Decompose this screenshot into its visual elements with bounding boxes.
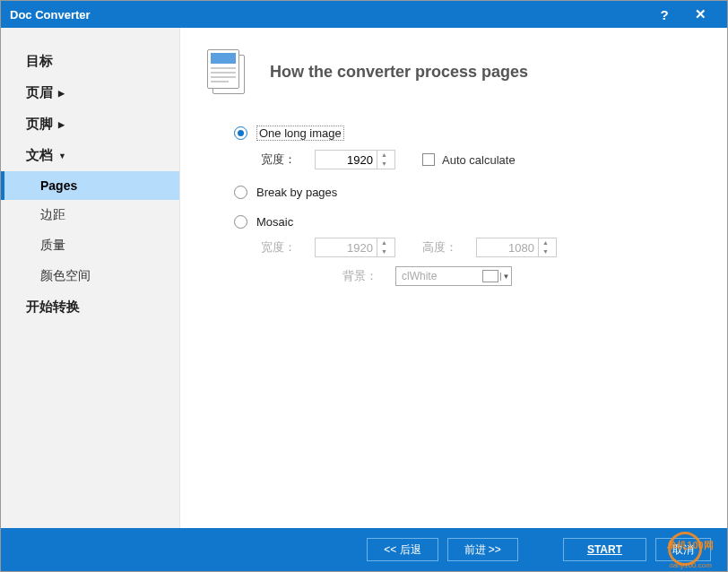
auto-calc-checkbox[interactable] (422, 153, 435, 166)
sidebar-sub-margins[interactable]: 边距 (1, 200, 179, 230)
sidebar-item-start[interactable]: 开始转换 (1, 291, 179, 323)
height-field (477, 241, 538, 255)
sidebar-item-footer[interactable]: 页脚 ▶ (1, 108, 179, 140)
chevron-right-icon: ▶ (58, 120, 65, 129)
sidebar-item-target[interactable]: 目标 (1, 46, 179, 77)
chevron-right-icon: ▶ (58, 89, 65, 98)
spinner-buttons: ▲▼ (538, 238, 552, 256)
sidebar-item-label: 质量 (40, 238, 65, 252)
width-field[interactable] (316, 153, 377, 167)
one-long-width-input[interactable]: ▲▼ (315, 150, 395, 169)
bg-value: clWhite (402, 270, 437, 282)
option-label: Mosaic (256, 215, 293, 229)
one-long-width-row: 宽度： ▲▼ Auto calculate (261, 150, 700, 169)
back-button[interactable]: << 后退 (367, 538, 438, 561)
width-field (316, 241, 377, 255)
mosaic-bg-label: 背景： (261, 268, 395, 284)
panel-header: How the converter process pages (207, 49, 700, 94)
option-label: One long image (256, 126, 344, 141)
mosaic-bg-picker: clWhite ▼ (395, 266, 512, 286)
sidebar-item-header[interactable]: 页眉 ▶ (1, 77, 179, 108)
sidebar-sub-pages[interactable]: Pages (1, 171, 179, 200)
sidebar-item-label: 颜色空间 (40, 268, 91, 282)
radio-one-long[interactable] (234, 126, 247, 140)
dropdown-icon: ▼ (500, 273, 511, 281)
option-label: Break by pages (256, 186, 337, 199)
spinner-buttons: ▲▼ (377, 238, 391, 256)
mosaic-size-row: 宽度： ▲▼ 高度： ▲▼ (261, 238, 700, 257)
spin-down-icon: ▼ (377, 247, 391, 256)
sidebar-sub-colorspace[interactable]: 颜色空间 (1, 261, 179, 291)
spin-down-icon: ▼ (539, 247, 552, 256)
mosaic-bg-row: 背景： clWhite ▼ (261, 266, 700, 286)
chevron-down-icon: ▼ (58, 152, 66, 160)
page-title: How the converter process pages (270, 63, 528, 82)
spin-up-icon: ▲ (377, 238, 391, 247)
auto-calc-label: Auto calculate (442, 153, 516, 167)
app-title: Doc Converter (10, 8, 646, 22)
mosaic-height-input: ▲▼ (476, 238, 557, 257)
mosaic-width-input: ▲▼ (315, 238, 395, 257)
radio-mosaic[interactable] (234, 215, 247, 229)
sidebar-item-label: 页脚 (26, 116, 53, 133)
sidebar: 目标 页眉 ▶ 页脚 ▶ 文档 ▼ Pages 边距 质量 颜色空间 开始转换 (1, 28, 180, 528)
help-button[interactable]: ? (646, 7, 682, 22)
sidebar-item-label: Pages (40, 178, 77, 193)
option-one-long-image[interactable]: One long image (234, 126, 700, 141)
option-break-by-pages[interactable]: Break by pages (234, 186, 700, 199)
color-swatch-icon (482, 270, 498, 282)
option-mosaic[interactable]: Mosaic (234, 215, 700, 229)
spin-up-icon[interactable]: ▲ (377, 151, 391, 160)
sidebar-item-label: 开始转换 (26, 299, 80, 316)
spinner-buttons[interactable]: ▲▼ (377, 151, 391, 169)
cancel-button[interactable]: 取消 (655, 538, 711, 561)
sidebar-sub-quality[interactable]: 质量 (1, 230, 179, 261)
width-label: 宽度： (261, 152, 315, 168)
radio-break-pages[interactable] (234, 186, 247, 199)
start-button[interactable]: START (563, 538, 646, 561)
spin-down-icon[interactable]: ▼ (377, 160, 391, 169)
sidebar-item-label: 文档 (26, 147, 53, 164)
forward-button[interactable]: 前进 >> (447, 538, 518, 561)
close-button[interactable]: ✕ (682, 6, 718, 22)
spin-up-icon: ▲ (539, 238, 552, 247)
footer: << 后退 前进 >> START 取消 单机100网 danji100.com (1, 528, 727, 571)
pages-icon (207, 49, 245, 94)
main-panel: How the converter process pages One long… (180, 28, 727, 528)
titlebar: Doc Converter ? ✕ (1, 1, 727, 28)
mosaic-height-label: 高度： (422, 239, 476, 256)
sidebar-item-document[interactable]: 文档 ▼ (1, 140, 179, 171)
sidebar-item-label: 边距 (40, 207, 65, 221)
content: 目标 页眉 ▶ 页脚 ▶ 文档 ▼ Pages 边距 质量 颜色空间 开始转换 (1, 28, 727, 528)
sidebar-item-label: 页眉 (26, 84, 53, 101)
mosaic-width-label: 宽度： (261, 239, 315, 256)
sidebar-item-label: 目标 (26, 53, 53, 70)
